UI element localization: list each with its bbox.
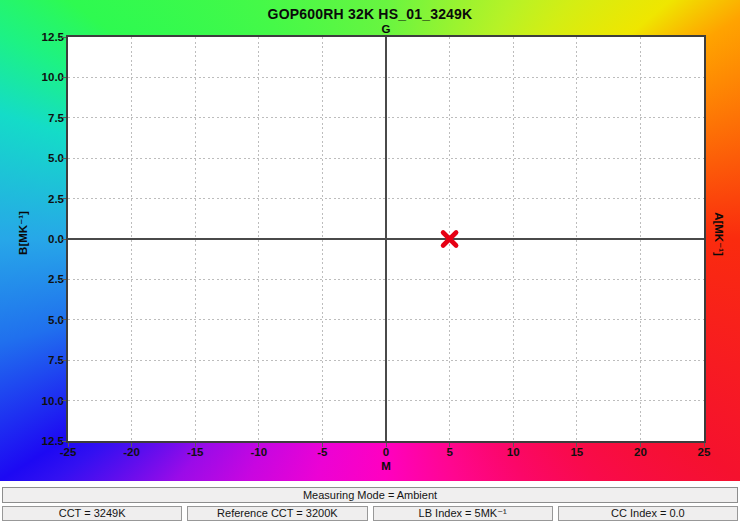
color-meter-chart-screen: GOP600RH 32K HS_01_3249K G M B[MK⁻¹] A[M… (0, 0, 740, 521)
y-tick-label: 10.0 (0, 394, 64, 408)
y-tick-label: 12.5 (0, 434, 64, 448)
x-tick-mark (576, 443, 577, 447)
x-tick-label: -20 (107, 446, 157, 458)
y-tick-label: 7.5 (0, 111, 64, 125)
x-tick-mark (640, 443, 641, 447)
x-tick-mark (258, 443, 259, 447)
x-tick-label: 0 (361, 446, 411, 458)
status-cell-reference-cct: Reference CCT = 3200K (187, 506, 367, 521)
x-tick-mark (449, 443, 450, 447)
x-tick-mark (131, 443, 132, 447)
y-tick-mark (62, 441, 66, 442)
axis-end-label-amber: A[MK⁻¹] (712, 212, 726, 256)
y-tick-label: 2.5 (0, 192, 64, 206)
x-tick-label: -5 (297, 446, 347, 458)
y-tick-mark (62, 77, 66, 78)
status-cell-cc-index: CC Index = 0.0 (558, 506, 738, 521)
y-tick-mark (62, 198, 66, 199)
x-tick-mark (386, 443, 387, 447)
status-cell-cct: CCT = 3249K (2, 506, 182, 521)
x-tick-mark (195, 443, 196, 447)
y-tick-label: 7.5 (0, 353, 64, 367)
y-tick-mark (62, 360, 66, 361)
y-tick-label: 5.0 (0, 313, 64, 327)
x-tick-mark (704, 443, 705, 447)
status-cells-row: CCT = 3249K Reference CCT = 3200K LB Ind… (2, 506, 738, 521)
x-tick-label: 25 (679, 446, 729, 458)
status-cell-lb-index: LB Index = 5MK⁻¹ (373, 506, 553, 521)
x-tick-label: 10 (488, 446, 538, 458)
y-tick-label: 12.5 (0, 30, 64, 44)
y-tick-mark (62, 37, 66, 38)
x-tick-label: 5 (425, 446, 475, 458)
grid-and-data-layer (68, 37, 704, 441)
y-tick-mark (62, 117, 66, 118)
y-tick-mark (62, 279, 66, 280)
chart-title: GOP600RH 32K HS_01_3249K (0, 6, 740, 22)
axis-end-label-magenta: M (366, 460, 406, 472)
y-tick-label: 10.0 (0, 70, 64, 84)
y-tick-mark (62, 239, 66, 240)
x-tick-mark (68, 443, 69, 447)
x-tick-label: 20 (615, 446, 665, 458)
y-tick-mark (62, 319, 66, 320)
y-tick-label: 2.5 (0, 272, 64, 286)
measuring-mode-text: Measuring Mode = Ambient (303, 489, 437, 501)
x-tick-label: -15 (170, 446, 220, 458)
x-tick-label: -10 (234, 446, 284, 458)
x-tick-mark (513, 443, 514, 447)
axis-end-label-green: G (366, 23, 406, 35)
y-tick-label: 5.0 (0, 151, 64, 165)
x-tick-label: 15 (552, 446, 602, 458)
y-tick-mark (62, 158, 66, 159)
x-tick-mark (322, 443, 323, 447)
measuring-mode-bar: Measuring Mode = Ambient (2, 487, 738, 503)
plot-area (66, 35, 706, 443)
grid-lines (68, 37, 704, 441)
y-tick-label: 0.0 (0, 232, 64, 246)
y-tick-mark (62, 400, 66, 401)
